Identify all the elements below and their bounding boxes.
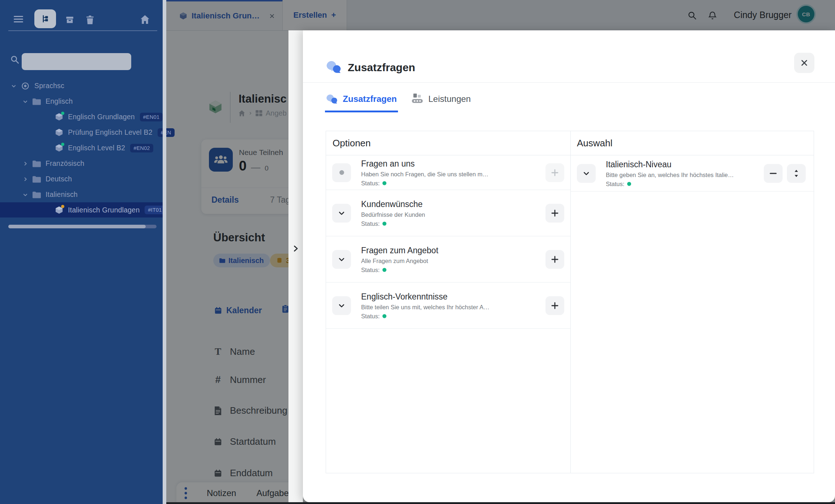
trash-icon[interactable] bbox=[86, 15, 94, 25]
tree-view-button[interactable] bbox=[34, 9, 56, 28]
reorder-selection-button[interactable] bbox=[787, 164, 806, 183]
sidebar: Sprachsc Englisch Englisch Grundlagen #E… bbox=[0, 0, 166, 504]
chat-bubbles-icon bbox=[326, 60, 341, 74]
zusatzfragen-modal: Zusatzfragen Zusatzfragen Leistungen Opt… bbox=[303, 30, 835, 502]
tree-item-badge: #EN01 bbox=[140, 113, 163, 121]
sidebar-search-input[interactable] bbox=[22, 53, 131, 70]
drag-handle-button[interactable] bbox=[332, 163, 351, 182]
scrollbar-thumb[interactable] bbox=[8, 225, 146, 228]
navigation-tree: Sprachsc Englisch Englisch Grundlagen #E… bbox=[0, 78, 166, 217]
tree-item-franzoesisch[interactable]: Französisch bbox=[0, 156, 166, 171]
chevron-right-icon[interactable] bbox=[22, 176, 28, 182]
modal-title: Zusatzfragen bbox=[348, 61, 415, 74]
add-option-button bbox=[545, 163, 564, 182]
selection-column-header: Auswahl bbox=[577, 131, 612, 155]
home-icon[interactable] bbox=[140, 15, 150, 24]
package-icon bbox=[55, 206, 63, 214]
status-label: Status: bbox=[361, 180, 380, 186]
option-title: Fragen an uns bbox=[361, 159, 488, 168]
chevron-down-icon[interactable] bbox=[22, 99, 28, 104]
chevron-down-icon bbox=[338, 302, 345, 309]
chevron-right-icon[interactable] bbox=[22, 161, 28, 167]
chevron-down-icon bbox=[338, 256, 345, 263]
option-text: Fragen an uns Haben Sie noch Fragen, die… bbox=[361, 159, 488, 186]
tree-item-label: Italienisch bbox=[46, 190, 78, 199]
folder-icon bbox=[33, 160, 41, 167]
plus-icon bbox=[551, 301, 559, 310]
minus-icon bbox=[769, 169, 778, 178]
plus-icon bbox=[551, 255, 559, 264]
services-icon bbox=[411, 94, 423, 104]
add-option-button[interactable] bbox=[545, 250, 564, 269]
option-title: Fragen zum Angebot bbox=[361, 245, 438, 255]
option-text: Fragen zum Angebot Alle Fragen zum Angeb… bbox=[361, 245, 438, 273]
folder-icon bbox=[33, 176, 41, 183]
status-label: Status: bbox=[606, 180, 624, 187]
tree-item-label: Englisch Grundlagen bbox=[68, 113, 135, 121]
folder-icon bbox=[33, 98, 41, 105]
tree-item-englisch-level-b2[interactable]: Englisch Level B2 #EN02 bbox=[0, 140, 166, 156]
tree-item-sprachschule[interactable]: Sprachsc bbox=[0, 78, 166, 94]
plus-icon bbox=[551, 209, 559, 217]
remove-selection-button[interactable] bbox=[764, 164, 783, 183]
modal-header-divider bbox=[303, 82, 835, 83]
option-text: Englisch-Vorkenntnisse Bitte teilen Sie … bbox=[361, 292, 489, 319]
option-description: Bedürfnisse der Kunden bbox=[361, 211, 425, 218]
tree-item-label: Italienisch Grundlagen bbox=[68, 206, 140, 214]
tree-item-badge: #EN02 bbox=[130, 144, 153, 152]
drawer-strip bbox=[288, 30, 303, 502]
status-dot-green bbox=[627, 182, 631, 186]
option-title: Kundenwünsche bbox=[361, 199, 425, 209]
status-label: Status: bbox=[361, 313, 380, 319]
option-row-fragen-zum-angebot: Fragen zum Angebot Alle Fragen zum Angeb… bbox=[326, 236, 570, 283]
status-dot-green bbox=[382, 181, 386, 185]
selection-description: Bitte geben Sie an, welches Ihr höchstes… bbox=[606, 171, 734, 178]
option-row-englisch-vorkenntnisse: Englisch-Vorkenntnisse Bitte teilen Sie … bbox=[326, 283, 570, 329]
expand-option-button[interactable] bbox=[577, 164, 596, 183]
chevron-right-icon bbox=[292, 244, 299, 253]
selection-text: Italienisch-Niveau Bitte geben Sie an, w… bbox=[606, 159, 734, 187]
tree-item-italienisch[interactable]: Italienisch bbox=[0, 187, 166, 202]
option-text: Kundenwünsche Bedürfnisse der Kunden Sta… bbox=[361, 199, 425, 227]
tree-item-englisch-grundlagen[interactable]: Englisch Grundlagen #EN01 bbox=[0, 109, 166, 125]
tree-item-deutsch[interactable]: Deutsch bbox=[0, 171, 166, 187]
tree-item-label: Sprachsc bbox=[34, 82, 64, 90]
sidebar-vertical-scrollbar[interactable] bbox=[163, 0, 166, 504]
status-dot-green bbox=[61, 112, 64, 115]
expand-option-button[interactable] bbox=[332, 296, 351, 315]
tree-item-label: Englisch bbox=[46, 97, 73, 105]
tree-item-italienisch-grundlagen-selected[interactable]: Italienisch Grundlagen #IT01 bbox=[0, 202, 166, 217]
tree-item-label: Prüfung Englisch Level B2 bbox=[68, 128, 153, 137]
modal-tab-leistungen[interactable]: Leistungen bbox=[411, 87, 471, 111]
menu-icon[interactable] bbox=[14, 16, 23, 22]
status-dot-orange bbox=[61, 205, 64, 208]
status-label: Status: bbox=[361, 220, 380, 227]
tree-horizontal-scrollbar[interactable] bbox=[8, 225, 157, 228]
tree-item-badge: #IT01 bbox=[145, 206, 165, 214]
status-label: Status: bbox=[361, 266, 380, 273]
expand-option-button[interactable] bbox=[332, 250, 351, 269]
chevron-down-icon[interactable] bbox=[11, 83, 17, 89]
tree-icon bbox=[40, 14, 50, 23]
package-icon bbox=[55, 144, 63, 152]
expand-drawer-button[interactable] bbox=[290, 241, 301, 256]
sidebar-search-icon bbox=[10, 55, 20, 64]
tree-item-pruefung-englisch[interactable]: Prüfung Englisch Level B2 #EN bbox=[0, 125, 166, 140]
chevron-down-icon[interactable] bbox=[22, 192, 28, 198]
dual-list-container: Optionen Auswahl Fragen an uns Haben Sie… bbox=[326, 131, 814, 473]
tree-item-label: Englisch Level B2 bbox=[68, 144, 125, 152]
add-option-button[interactable] bbox=[545, 296, 564, 315]
modal-tab-label: Zusatzfragen bbox=[343, 94, 397, 104]
tree-item-label: Französisch bbox=[46, 159, 84, 168]
close-modal-button[interactable] bbox=[794, 53, 814, 73]
chevron-down-icon bbox=[338, 210, 345, 217]
archive-icon[interactable] bbox=[65, 15, 74, 25]
add-option-button[interactable] bbox=[545, 204, 564, 223]
modal-tab-zusatzfragen[interactable]: Zusatzfragen bbox=[325, 87, 398, 112]
options-column-header: Optionen bbox=[333, 131, 371, 155]
modal-tab-label: Leistungen bbox=[428, 94, 471, 104]
tree-item-englisch[interactable]: Englisch bbox=[0, 94, 166, 109]
expand-option-button[interactable] bbox=[332, 204, 351, 223]
status-dot-green bbox=[382, 314, 386, 318]
status-dot-green bbox=[382, 268, 386, 272]
